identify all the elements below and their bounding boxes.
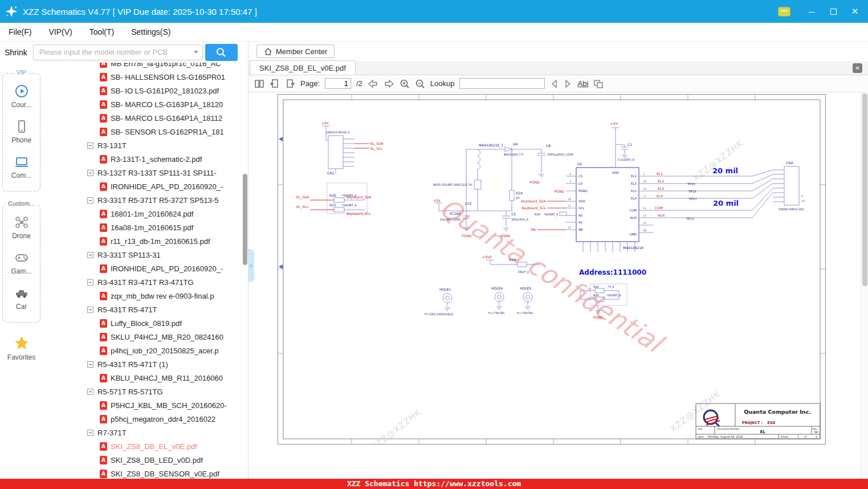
tree-node[interactable]: R5-571T R5-571TG [43, 385, 248, 398]
sidebar-item-phone[interactable]: Phone [3, 119, 40, 144]
collapse-icon[interactable] [87, 430, 93, 436]
tree-file[interactable]: Ap4hcj_iob_r20_20150825_acer.p [43, 344, 248, 357]
next-view-icon[interactable] [285, 79, 295, 89]
close-document-button[interactable]: ✕ [853, 63, 862, 73]
tree-file[interactable]: AP5HCJ_KBL_MB_SCH_20160620- [43, 398, 248, 412]
collapse-icon[interactable] [87, 142, 93, 149]
tree-node[interactable]: R3-431T R3-471T R3-471TG [43, 275, 248, 289]
collapse-icon[interactable] [87, 307, 93, 313]
tree-node[interactable]: R7-371T [43, 426, 248, 439]
minimize-button[interactable]: ─ [803, 4, 820, 19]
tree-file[interactable]: Azqx_mb_bdw rev e-0903-final.p [43, 289, 248, 303]
pdf-file-icon: A [100, 237, 107, 246]
next-page-icon[interactable] [384, 79, 394, 89]
menu-vip[interactable]: VIP(V) [40, 27, 80, 36]
t-r21-ref: R21 [329, 203, 336, 207]
tree-file[interactable]: AMB Eh78f_la-g161pr1c_0116_AC [43, 63, 248, 70]
sidebar-item-course[interactable]: Cour... [3, 84, 40, 109]
maximize-button[interactable] [825, 4, 842, 19]
menu-tool[interactable]: Tool(T) [81, 27, 123, 36]
shrink-button[interactable]: Shrink [5, 48, 27, 57]
tree-file[interactable]: ASB- MARCO LS-G163P1A_18120 [43, 97, 248, 111]
tree-label: p4hcj_iob_r20_20150825_acer.p [111, 347, 218, 355]
menu-settings[interactable]: Settings(S) [123, 27, 179, 36]
model-search-combo[interactable] [33, 44, 203, 60]
tree-node[interactable]: R3-132T R3-133T SP111-31 SP111- [43, 166, 248, 180]
tree-label: R5-571T R5-571TG [97, 388, 163, 396]
tree-file[interactable]: ASB- MARCO LS-G164P1A_18112 [43, 111, 248, 125]
collapse-icon[interactable] [87, 252, 93, 258]
sidebar-item-drone[interactable]: Drone [3, 215, 40, 240]
tree-file[interactable]: AIRONHIDE_APL_PD_20160920_- [43, 180, 248, 193]
tree-file[interactable]: ASB- IO LS-G161P02_181023.pdf [43, 84, 248, 97]
pdf-scrollbar-thumb[interactable] [862, 93, 867, 286]
zoom-in-icon[interactable] [400, 79, 410, 89]
sidebar-item-game[interactable]: Gam... [3, 250, 40, 275]
tree-label: IRONHIDE_APL_PD_20160920_- [111, 182, 223, 191]
pdf-toolbar: Page: /2 Lookup [248, 75, 868, 92]
tree-file[interactable]: ASKI_ZS8_DB_EL_v0E.pdf [43, 439, 248, 453]
tree-label: r11_r13_db-1m_20160615.pdf [111, 237, 210, 246]
tree-file[interactable]: ASKI_ZS8_DB_SENSOR_v0E.pdf [43, 467, 248, 479]
tree-label: R5-431T R5-471T (1) [97, 360, 168, 369]
tree-node[interactable]: R3-131T [43, 138, 248, 152]
tree-file[interactable]: Ap5hcj_megatron_ddr4_2016022 [43, 412, 248, 426]
facing-pages-icon[interactable] [254, 79, 264, 89]
member-center-button[interactable]: Member Center [256, 44, 335, 58]
collapse-icon[interactable] [87, 361, 93, 368]
pdf-file-icon: A [100, 415, 107, 423]
tree-file[interactable]: Ar11_r13_db-1m_20160615.pdf [43, 234, 248, 248]
t-tp15: TP15 [687, 182, 695, 186]
match-case-button[interactable]: Abi [577, 79, 588, 88]
tree-scrollbar-thumb[interactable] [243, 174, 247, 265]
t-n-aux: 13 [643, 214, 646, 217]
tree-node[interactable]: R3-331T R5-371T R5-372T SP513-5 [43, 193, 248, 207]
close-button[interactable]: ✕ [846, 4, 863, 19]
tab-active-document[interactable]: SKI_ZS8_DB_EL_v0E.pdf [250, 60, 356, 75]
pdf-viewport[interactable]: XZZ@XZZHK XZZ@XZZHK XZZ@XZZHK Quanta con… [248, 92, 868, 479]
tree-file[interactable]: ASB- SENSOR LS-G162PR1A_181 [43, 125, 248, 138]
lookup-input[interactable] [459, 78, 545, 89]
search-button[interactable] [205, 44, 238, 61]
t-pwr-mid: +5V [433, 198, 441, 202]
tree-node[interactable]: R5-431T R5-471T [43, 303, 248, 316]
tree-file[interactable]: AIRONHIDE_APL_PD_20160920_- [43, 262, 248, 275]
lookup-label: Lookup [430, 79, 455, 88]
find-prev-icon[interactable] [550, 79, 559, 89]
tree-node[interactable]: R3-331T SP113-31 [43, 248, 248, 262]
bookmark-arrow-icon[interactable] [279, 264, 283, 269]
tree-file[interactable]: ASB- HALLSENSOR LS-G165PR01 [43, 70, 248, 84]
collapse-icon[interactable] [87, 170, 93, 176]
find-next-icon[interactable] [564, 79, 572, 89]
tree-file[interactable]: AR3-131T-1_schematic-2.pdf [43, 152, 248, 166]
sidebar-item-computer[interactable]: Com... [3, 154, 40, 180]
t-u1-part: MAX14521E [623, 246, 643, 250]
sidebar-item-favorites[interactable]: Favorites [0, 335, 43, 361]
tree-file[interactable]: ASKI_ZS8_DB_LED_v0D.pdf [43, 453, 248, 467]
tree-file[interactable]: ALuffy_Block_0819.pdf [43, 316, 248, 330]
bookmark-arrow-icon[interactable] [279, 137, 283, 141]
collapse-icon[interactable] [87, 197, 93, 203]
zoom-out-icon[interactable] [415, 79, 425, 89]
panel-collapse-handle[interactable]: ‹ [248, 249, 254, 282]
tree-file[interactable]: ASKLU_P4HCJ_MB_R20_0824160 [43, 330, 248, 344]
highlight-all-icon[interactable] [593, 79, 604, 89]
prev-page-icon[interactable] [368, 79, 378, 89]
collapse-icon[interactable] [87, 279, 93, 286]
chevron-down-icon[interactable] [190, 51, 202, 54]
sidebar-item-car[interactable]: Car [3, 286, 40, 311]
tree-file[interactable]: A16a08-1m_20160615.pdf [43, 221, 248, 234]
prev-view-icon[interactable] [270, 79, 280, 89]
tree-node[interactable]: R5-431T R5-471T (1) [43, 357, 248, 371]
vip-card-icon[interactable] [778, 7, 790, 17]
pdf-scrollbar[interactable] [861, 92, 868, 479]
sidebar-label-game: Gam... [11, 267, 31, 275]
tree-label: KBLU_P4HCJ_MB_R11_2016060 [111, 374, 223, 382]
tree-file[interactable]: A16801-1m_20160624.pdf [43, 207, 248, 221]
tree-file[interactable]: AKBLU_P4HCJ_MB_R11_2016060 [43, 371, 248, 385]
page-number-input[interactable] [325, 78, 351, 89]
collapse-icon[interactable] [87, 389, 93, 395]
connector-cn1 [328, 136, 343, 169]
model-search-input[interactable] [34, 48, 190, 56]
menu-file[interactable]: File(F) [0, 27, 40, 36]
